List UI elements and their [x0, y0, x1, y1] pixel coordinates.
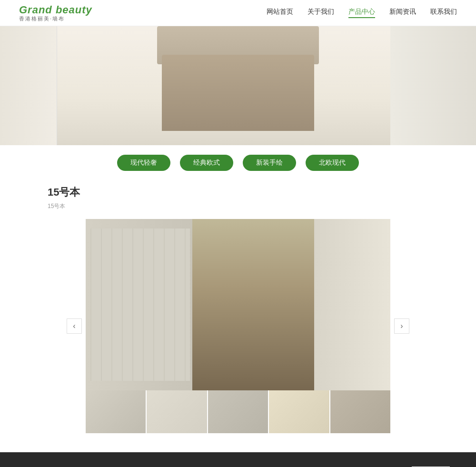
filter-classic-european[interactable]: 经典欧式: [180, 155, 233, 171]
page-title: 15号本: [48, 185, 428, 199]
nav-about[interactable]: 关于我们: [307, 8, 334, 18]
thumbnail-strip: [86, 390, 390, 433]
nav-products[interactable]: 产品中心: [348, 8, 375, 18]
bed: [162, 55, 314, 131]
main-image: [86, 219, 390, 390]
thumbnail-1[interactable]: [86, 390, 147, 433]
wall-right: [390, 26, 476, 145]
logo-title: Grand beauty: [19, 4, 92, 16]
filter-section: 现代轻奢 经典欧式 新装手绘 北欧现代: [0, 145, 476, 180]
wall-left: [0, 26, 57, 145]
nav-news[interactable]: 新闻资讯: [389, 8, 416, 18]
hero-banner: [0, 26, 476, 145]
scene-left: [86, 219, 192, 390]
breadcrumb: 15号本: [48, 202, 428, 210]
nav-contact[interactable]: 联系我们: [430, 8, 457, 18]
nav-home[interactable]: 网站首页: [267, 8, 293, 18]
content-section: 15号本 15号本 ‹ ›: [0, 180, 476, 438]
filter-hand-painted[interactable]: 新装手绘: [243, 155, 296, 171]
gallery-container: ‹ ›: [86, 219, 390, 433]
logo-subtitle: 香港格丽美·墙布: [19, 16, 92, 21]
header: Grand beauty 香港格丽美·墙布 网站首页 关于我们 产品中心 新闻资…: [0, 0, 476, 26]
main-nav: 网站首页 关于我们 产品中心 新闻资讯 联系我们: [267, 8, 457, 18]
thumbnail-5[interactable]: [330, 390, 390, 433]
footer: Grand beauty 香港格丽美·墙布 网站首页 关于我们 产品中心 新闻资…: [0, 452, 476, 467]
thumbnail-3[interactable]: [208, 390, 269, 433]
filter-modern-light[interactable]: 现代轻奢: [117, 155, 170, 171]
carousel-prev-button[interactable]: ‹: [67, 318, 82, 334]
filter-nordic-modern[interactable]: 北欧现代: [306, 155, 359, 171]
logo: Grand beauty 香港格丽美·墙布: [19, 4, 92, 21]
scene-center: [192, 219, 314, 390]
carousel-next-button[interactable]: ›: [394, 318, 409, 334]
thumbnail-2[interactable]: [147, 390, 208, 433]
thumbnail-4[interactable]: [269, 390, 330, 433]
scene-right: [314, 219, 390, 390]
